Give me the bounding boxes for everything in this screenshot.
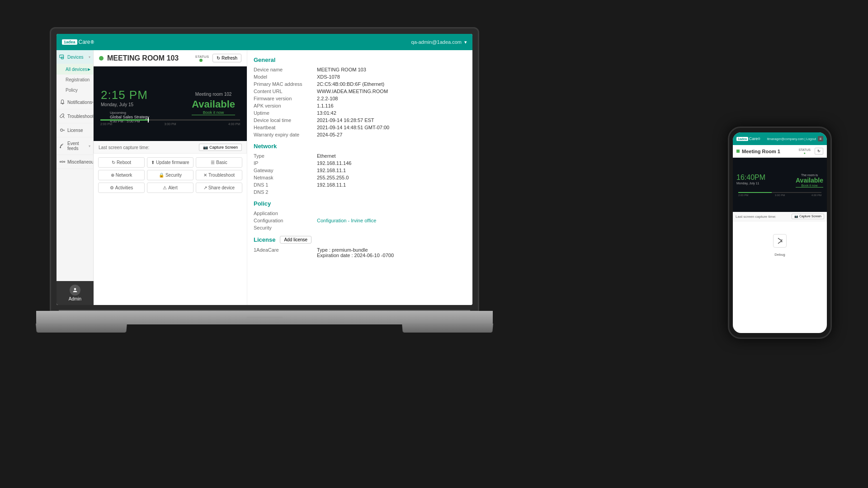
refresh-icon: ↻: [217, 56, 220, 61]
refresh-button[interactable]: ↻ Refresh: [212, 54, 241, 62]
policy-row-1: Configuration Configuration - Irvine off…: [254, 218, 466, 223]
device-status-dot: [99, 56, 104, 61]
network-row-4: DNS 1 192.168.11.1: [254, 182, 466, 188]
update-label: Update firmware: [156, 160, 189, 165]
add-license-label: Add license: [284, 237, 307, 242]
admin-icon: [72, 287, 78, 293]
admin-avatar: [70, 285, 80, 296]
network-row-1: IP 192.168.11.146: [254, 160, 466, 166]
general-row-4: Firmware version 2.2.2-108: [254, 96, 466, 101]
update-icon: ⬆: [151, 160, 155, 165]
sidebar-eventfeeds-label: Event feeds: [67, 141, 89, 151]
update-firmware-button[interactable]: ⬆ Update firmware: [147, 157, 193, 168]
general-value-3: WWW.IADEA.MEETING.ROOM: [317, 89, 388, 94]
app-header: 1adea Care ® qa-admin@1adea.com ▾: [57, 34, 472, 50]
network-button[interactable]: ⊕ Network: [98, 170, 145, 180]
phone-time-3: 4:00 PM: [811, 194, 821, 197]
sidebar-troubleshoot-label: Troubleshoot: [67, 114, 94, 119]
device-header: MEETING ROOM 103 STATUS ↻ Refresh: [94, 50, 247, 66]
basic-button[interactable]: ☰ Basic: [196, 157, 242, 168]
basic-icon: ☰: [211, 160, 215, 165]
policy-label-config: Configuration: [254, 218, 317, 223]
sidebar-item-alldevices[interactable]: All devices ▶: [57, 64, 93, 75]
network-row-2: Gateway 192.168.11.1: [254, 168, 466, 173]
sidebar-item-registration[interactable]: Registration: [57, 75, 93, 85]
timeline-cursor: [148, 117, 149, 122]
laptop-base: [36, 311, 493, 324]
general-value-1: XDS-1078: [317, 74, 340, 80]
general-label-0: Device name: [254, 67, 317, 72]
general-value-6: 13:01:42: [317, 110, 336, 116]
phone-room-label: The room is: [796, 174, 823, 177]
phone-menu-bars: ≡: [820, 137, 822, 141]
capture-label: Last screen capture time:: [99, 145, 149, 150]
sidebar-item-troubleshoot[interactable]: Troubleshoot: [57, 109, 93, 123]
network-label-netmask: Netmask: [254, 175, 317, 180]
status-label: STATUS: [195, 55, 209, 59]
refresh-label: Refresh: [222, 56, 237, 61]
policy-row-0: Application: [254, 211, 466, 216]
screen-preview: 2:15 PM Monday, July 15 Upcoming Global …: [94, 66, 247, 141]
general-row-3: Content URL WWW.IADEA.MEETING.ROOM: [254, 89, 466, 94]
policy-config-link[interactable]: Configuration - Irvine office: [317, 218, 376, 223]
debug-icon: [776, 237, 783, 244]
policy-title: Policy: [254, 200, 466, 207]
security-label: Security: [165, 173, 182, 178]
phone-menu-icon[interactable]: ≡: [818, 136, 823, 141]
share-device-button[interactable]: ↗ Share device: [196, 183, 242, 193]
timeline-time-2: 3:00 PM: [164, 122, 176, 126]
license-row: 1AdeaCare Type : premium-bundle Expirati…: [254, 247, 466, 258]
svg-point-3: [61, 129, 63, 131]
phone-capture-button[interactable]: 📷 Capture Screen: [792, 214, 824, 219]
network-label-dns1: DNS 1: [254, 182, 317, 188]
capture-btn-label: Capture Screen: [209, 145, 238, 150]
main-columns: MEETING ROOM 103 STATUS ↻ Refresh: [94, 50, 472, 305]
general-value-0: MEETING ROOM 103: [317, 67, 366, 72]
security-button[interactable]: 🔒 Security: [147, 170, 193, 180]
sidebar-item-license[interactable]: License: [57, 123, 93, 137]
status-area: STATUS: [195, 55, 209, 62]
sidebar-item-devices[interactable]: Devices ▾: [57, 50, 93, 64]
preview-timeline: 2:00 PM 3:00 PM 4:00 PM: [94, 119, 247, 133]
network-value-type: Ethernet: [317, 153, 336, 159]
phone-debug-area: Debug: [733, 221, 827, 261]
network-row-5: DNS 2: [254, 189, 466, 195]
sidebar-item-miscellaneous[interactable]: Miscellaneous ▾: [57, 155, 93, 169]
phone-logo-dot: ®: [758, 137, 760, 141]
sidebar-alldevices-arrow: ▶: [88, 67, 90, 71]
phone-capture-label: Last screen capture time:: [736, 215, 776, 219]
sidebar-item-notifications[interactable]: Notifications ▾: [57, 95, 93, 109]
phone-online-label: ●: [804, 151, 806, 155]
svg-point-5: [61, 161, 63, 163]
reboot-button[interactable]: ↻ Reboot: [98, 157, 145, 168]
phone-screen: 1adea Care ® ltmanager@company.com | Log…: [733, 132, 827, 333]
license-expiry: Expiration date : 2024-06-10 -0700: [317, 253, 394, 258]
sidebar-item-policy[interactable]: Policy: [57, 85, 93, 95]
devices-icon: [59, 54, 66, 60]
misc-icon: [59, 159, 66, 165]
network-title: Network: [254, 143, 466, 150]
device-title: MEETING ROOM 103: [107, 54, 192, 62]
alert-button[interactable]: ⚠ Alert: [147, 183, 193, 193]
preview-date: Monday, July 15: [101, 102, 149, 107]
phone-preview-time: 16:40PM: [736, 174, 765, 182]
add-license-button[interactable]: Add license: [280, 236, 311, 244]
network-label-dns2: DNS 2: [254, 189, 317, 195]
troubleshoot-button[interactable]: ✕ Troubleshoot: [196, 170, 242, 180]
phone-debug-icon-container[interactable]: [773, 234, 787, 248]
phone-logo: 1adea Care ®: [736, 136, 760, 141]
general-row-0: Device name MEETING ROOM 103: [254, 67, 466, 72]
svg-line-2: [63, 116, 65, 118]
activities-button[interactable]: ⚙ Activities: [98, 183, 145, 193]
phone-refresh-button[interactable]: ↻: [815, 148, 823, 155]
network-value-netmask: 255.255.255.0: [317, 175, 349, 180]
policy-row-2: Security: [254, 225, 466, 230]
general-title: General: [254, 56, 466, 63]
header-dropdown-icon[interactable]: ▾: [464, 39, 467, 45]
sidebar-item-eventfeeds[interactable]: Event feeds ▾: [57, 137, 93, 155]
capture-button[interactable]: 📷 Capture Screen: [199, 144, 242, 151]
timeline-used: [100, 119, 149, 121]
phone-device-name: Meeting Room 1: [742, 149, 796, 154]
svg-point-8: [74, 288, 76, 291]
sidebar-registration-label: Registration: [66, 77, 90, 82]
